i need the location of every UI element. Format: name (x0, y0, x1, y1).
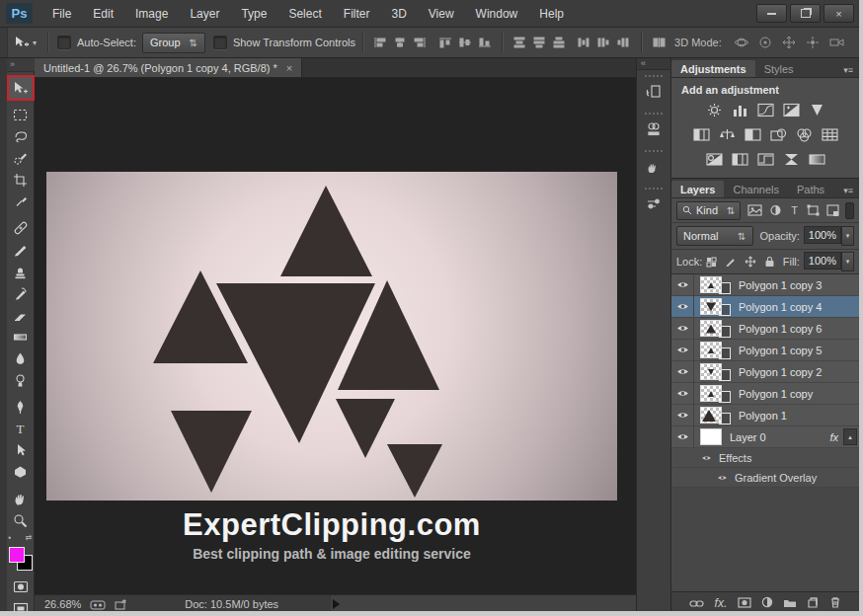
quick-mask-button[interactable] (9, 576, 33, 597)
align-right-edges-icon[interactable] (413, 37, 427, 48)
lock-pixels-icon[interactable] (725, 256, 737, 268)
document-tab[interactable]: Untitled-1 @ 26.7% (Polygon 1 copy 4, RG… (35, 58, 302, 77)
layer-name[interactable]: Polygon 1 copy 2 (739, 366, 822, 378)
restore-button[interactable] (790, 4, 821, 23)
effects-row[interactable]: Effects (671, 448, 859, 468)
3d-pan-icon[interactable] (781, 36, 797, 49)
tab-channels[interactable]: Channels (724, 181, 787, 197)
color-lookup-icon[interactable] (821, 127, 839, 146)
share-icon[interactable] (115, 599, 127, 610)
status-arrow-icon[interactable] (333, 599, 340, 609)
menu-filter[interactable]: Filter (333, 7, 381, 21)
filter-toggle-switch[interactable] (845, 202, 854, 219)
distribute-bottom-edges-icon[interactable] (552, 37, 566, 48)
document-canvas[interactable] (46, 172, 617, 500)
layer-row-layer0[interactable]: Layer 0 fx ▴ (671, 426, 859, 448)
3d-slide-icon[interactable] (805, 36, 821, 49)
default-colors-icon[interactable]: ▪ (9, 533, 12, 543)
menu-view[interactable]: View (418, 7, 465, 21)
align-bottom-edges-icon[interactable] (478, 37, 492, 48)
dock-grip[interactable] (645, 150, 663, 152)
layer-thumbnail[interactable] (700, 407, 722, 424)
3d-camera-icon[interactable] (828, 36, 846, 49)
new-group-button[interactable] (783, 594, 797, 612)
mini-bridge-icon[interactable] (90, 599, 106, 610)
fill-dropdown-button[interactable]: ▾ (841, 252, 854, 271)
lock-all-icon[interactable] (764, 256, 775, 268)
levels-icon[interactable] (731, 103, 749, 121)
lock-transparency-icon[interactable] (706, 257, 717, 268)
distribute-vertical-centers-icon[interactable] (532, 37, 546, 48)
layer-name[interactable]: Polygon 1 (739, 410, 787, 422)
document-size-info[interactable]: Doc: 10.5M/0 bytes (185, 598, 278, 610)
eyedropper-tool[interactable] (9, 191, 33, 212)
gradient-tool[interactable] (9, 326, 33, 347)
distribute-right-edges-icon[interactable] (617, 37, 631, 48)
eraser-tool[interactable] (9, 304, 33, 326)
path-selection-tool[interactable] (9, 439, 33, 461)
filter-kind-dropdown[interactable]: Kind ⇅ (676, 201, 741, 220)
visibility-toggle[interactable] (671, 426, 694, 447)
crop-tool[interactable] (9, 169, 33, 191)
shape-tool[interactable] (9, 461, 33, 483)
layer-thumbnail[interactable] (700, 428, 722, 445)
fx-badge[interactable]: fx (829, 431, 838, 443)
dock-grip[interactable] (645, 188, 663, 190)
tool-presets-panel-button[interactable] (641, 192, 667, 216)
gradient-map-icon[interactable] (808, 152, 826, 171)
clone-stamp-tool[interactable] (9, 261, 33, 282)
tool-preset-picker[interactable]: ▾ (14, 36, 37, 49)
layer-name[interactable]: Polygon 1 copy (739, 388, 813, 400)
opacity-dropdown-button[interactable]: ▾ (841, 226, 854, 246)
panel-menu-icon[interactable]: ▾≡ (837, 186, 859, 197)
brightness-contrast-icon[interactable] (705, 103, 724, 121)
layer-name[interactable]: Polygon 1 copy 3 (739, 279, 822, 291)
selective-color-icon[interactable] (782, 152, 801, 171)
new-adjustment-layer-button[interactable] (761, 594, 773, 612)
menu-type[interactable]: Type (230, 7, 277, 21)
layer-thumbnail[interactable] (700, 342, 722, 358)
add-layer-mask-button[interactable] (738, 594, 751, 612)
distribute-top-edges-icon[interactable] (512, 37, 526, 48)
layer-name[interactable]: Polygon 1 copy 6 (739, 323, 822, 335)
fill-field[interactable]: 100% (804, 252, 841, 270)
swap-colors-icon[interactable]: ▪⇄ (9, 533, 33, 543)
menu-window[interactable]: Window (465, 7, 529, 21)
filter-smart-objects-icon[interactable] (826, 204, 839, 216)
effects-collapse-toggle[interactable]: ▴ (843, 428, 857, 445)
posterize-icon[interactable] (731, 152, 749, 171)
layer-row[interactable]: Polygon 1 (671, 405, 859, 426)
photo-filter-icon[interactable] (769, 127, 788, 146)
channel-mixer-icon[interactable] (795, 127, 814, 146)
tab-layers[interactable]: Layers (671, 181, 724, 197)
auto-select-target-dropdown[interactable]: Group ⇅ (142, 33, 205, 53)
3d-roll-icon[interactable] (757, 36, 773, 49)
hand-tool[interactable] (9, 488, 33, 509)
layer-row[interactable]: Polygon 1 copy 4 (671, 296, 859, 318)
layer-row[interactable]: Polygon 1 copy 2 (671, 361, 859, 383)
lasso-tool[interactable] (9, 125, 33, 147)
color-balance-icon[interactable] (718, 127, 737, 146)
dock-grip[interactable] (645, 75, 663, 77)
history-brush-tool[interactable] (9, 282, 33, 304)
close-button[interactable]: × (824, 4, 854, 23)
layer-style-button[interactable]: fx. (715, 596, 728, 610)
tab-styles[interactable]: Styles (755, 60, 803, 77)
dodge-tool[interactable] (9, 369, 33, 391)
align-horizontal-centers-icon[interactable] (393, 37, 407, 48)
delete-layer-button[interactable] (829, 594, 841, 612)
zoom-percentage-field[interactable]: 26.68% (44, 598, 81, 610)
visibility-toggle[interactable] (671, 274, 694, 295)
menu-3d[interactable]: 3D (380, 7, 417, 21)
visibility-toggle[interactable] (671, 361, 694, 382)
tab-paths[interactable]: Paths (788, 181, 833, 197)
layer-thumbnail[interactable] (700, 298, 722, 315)
visibility-toggle[interactable] (671, 296, 694, 317)
dock-grip[interactable] (645, 113, 663, 115)
auto-align-layers-icon[interactable] (652, 37, 667, 48)
menu-select[interactable]: Select (277, 7, 332, 21)
minimize-button[interactable] (756, 4, 787, 23)
filter-shape-layers-icon[interactable] (807, 204, 820, 216)
3d-rotate-icon[interactable] (734, 36, 749, 49)
layer-row[interactable]: Polygon 1 copy 5 (671, 340, 859, 361)
